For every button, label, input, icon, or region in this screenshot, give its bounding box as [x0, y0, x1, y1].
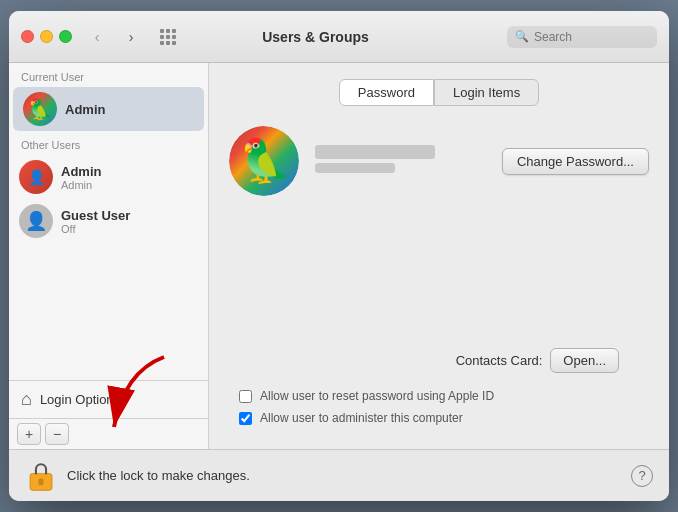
- search-icon: 🔍: [515, 30, 529, 43]
- other-user-role-1: Off: [61, 223, 130, 235]
- current-user-avatar: 🦜: [23, 92, 57, 126]
- other-user-avatar-0: 👤: [19, 160, 53, 194]
- other-user-info-0: Admin Admin: [61, 164, 101, 191]
- change-password-button[interactable]: Change Password...: [502, 148, 649, 175]
- contacts-card-row: Contacts Card: Open...: [229, 348, 649, 373]
- current-user-label: Current User: [9, 63, 208, 87]
- add-user-button[interactable]: +: [17, 423, 41, 445]
- content-area: Current User 🦜 Admin Other Users 👤 Admin…: [9, 63, 669, 449]
- profile-avatar-image: [229, 126, 299, 196]
- bottom-bar: Click the lock to make changes. ?: [9, 449, 669, 501]
- tab-password[interactable]: Password: [339, 79, 434, 106]
- svg-rect-2: [38, 478, 43, 485]
- checkbox-administer[interactable]: [239, 412, 252, 425]
- sidebar: Current User 🦜 Admin Other Users 👤 Admin…: [9, 63, 209, 449]
- user-profile-row: Change Password...: [229, 126, 649, 196]
- login-options-item[interactable]: ⌂ Login Options: [9, 380, 208, 418]
- users-groups-window: ‹ › Users & Groups 🔍 Current User 🦜: [9, 11, 669, 501]
- maximize-button[interactable]: [59, 30, 72, 43]
- click-lock-text: Click the lock to make changes.: [67, 468, 250, 483]
- contacts-card-label: Contacts Card:: [456, 353, 543, 368]
- profile-subtitle-blurred: [315, 163, 395, 173]
- current-user-name: Admin: [65, 102, 105, 117]
- checkbox-reset-password-label: Allow user to reset password using Apple…: [260, 389, 494, 403]
- checkbox-row-0: Allow user to reset password using Apple…: [229, 389, 649, 403]
- tab-login-items[interactable]: Login Items: [434, 79, 539, 106]
- other-user-name-0: Admin: [61, 164, 101, 179]
- open-contacts-button[interactable]: Open...: [550, 348, 619, 373]
- sidebar-controls: + −: [9, 418, 208, 449]
- close-button[interactable]: [21, 30, 34, 43]
- other-user-role-0: Admin: [61, 179, 101, 191]
- other-user-item-1[interactable]: 👤 Guest User Off: [9, 199, 208, 243]
- other-users-label: Other Users: [9, 131, 208, 155]
- minimize-button[interactable]: [40, 30, 53, 43]
- tab-bar: Password Login Items: [339, 79, 539, 106]
- help-button[interactable]: ?: [631, 465, 653, 487]
- titlebar: ‹ › Users & Groups 🔍: [9, 11, 669, 63]
- search-input[interactable]: [534, 30, 649, 44]
- checkbox-row-1: Allow user to administer this computer: [229, 411, 649, 425]
- main-panel: Password Login Items Change Password...: [209, 63, 669, 449]
- profile-avatar: [229, 126, 299, 196]
- other-user-avatar-1: 👤: [19, 204, 53, 238]
- house-icon: ⌂: [21, 389, 32, 410]
- lock-icon[interactable]: [25, 460, 57, 492]
- profile-name-blurred: [315, 145, 435, 159]
- login-options-label: Login Options: [40, 392, 120, 407]
- current-user-info: Admin: [65, 102, 105, 117]
- remove-user-button[interactable]: −: [45, 423, 69, 445]
- checkbox-administer-label: Allow user to administer this computer: [260, 411, 463, 425]
- other-user-info-1: Guest User Off: [61, 208, 130, 235]
- other-user-item-0[interactable]: 👤 Admin Admin: [9, 155, 208, 199]
- traffic-lights: [21, 30, 72, 43]
- current-user-item[interactable]: 🦜 Admin: [13, 87, 204, 131]
- window-title: Users & Groups: [132, 29, 499, 45]
- checkbox-reset-password[interactable]: [239, 390, 252, 403]
- search-box[interactable]: 🔍: [507, 26, 657, 48]
- other-user-name-1: Guest User: [61, 208, 130, 223]
- back-button[interactable]: ‹: [84, 27, 110, 47]
- profile-name-area: [315, 145, 486, 177]
